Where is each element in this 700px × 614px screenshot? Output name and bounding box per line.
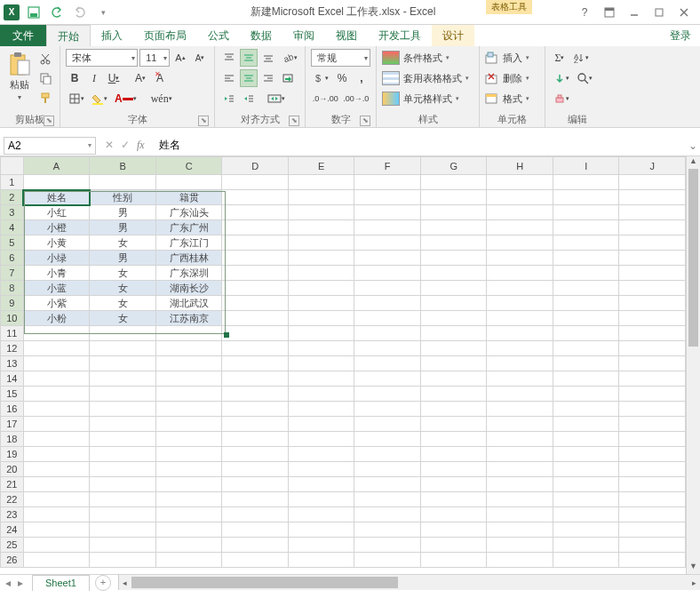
cell[interactable] <box>288 266 354 281</box>
cell[interactable] <box>553 341 619 356</box>
row-header[interactable]: 16 <box>1 402 24 417</box>
cell[interactable]: 小青 <box>23 266 90 281</box>
cell[interactable] <box>155 507 222 522</box>
vertical-scroll-thumb[interactable] <box>688 169 698 347</box>
cell[interactable] <box>619 281 686 296</box>
cell[interactable] <box>619 266 686 281</box>
cell-styles-button[interactable]: 单元格样式▾ <box>382 89 473 108</box>
cell[interactable] <box>354 507 420 522</box>
row-header[interactable]: 24 <box>1 522 24 538</box>
column-header[interactable]: H <box>487 157 553 175</box>
scroll-left-button[interactable]: ◂ <box>119 575 131 590</box>
cell[interactable] <box>155 175 222 190</box>
cell[interactable]: 女 <box>90 235 156 251</box>
cell[interactable] <box>619 492 686 507</box>
cell[interactable] <box>619 341 686 356</box>
cell[interactable] <box>354 447 420 462</box>
cell[interactable] <box>619 462 686 477</box>
row-header[interactable]: 3 <box>1 205 24 220</box>
cell[interactable] <box>222 371 289 387</box>
cell[interactable] <box>222 281 289 296</box>
cell[interactable] <box>90 462 156 477</box>
cell[interactable] <box>420 281 487 296</box>
cell[interactable] <box>619 356 686 371</box>
cell[interactable] <box>420 296 487 311</box>
cell[interactable] <box>90 432 156 447</box>
cell[interactable] <box>619 205 686 220</box>
column-header[interactable]: J <box>619 157 686 175</box>
cell[interactable] <box>487 266 553 281</box>
accounting-format-button[interactable]: $▾ <box>311 69 331 87</box>
cell[interactable]: 广东江门 <box>155 235 222 251</box>
cell[interactable] <box>619 477 686 492</box>
cell[interactable] <box>288 220 354 235</box>
row-header[interactable]: 25 <box>1 538 24 553</box>
row-header[interactable]: 15 <box>1 387 24 402</box>
column-header[interactable]: D <box>222 157 289 175</box>
wrap-text-button[interactable] <box>279 69 297 87</box>
delete-cells-button[interactable]: 删除▾ <box>485 68 539 88</box>
cell[interactable] <box>354 538 420 553</box>
format-cells-button[interactable]: 格式▾ <box>485 89 539 108</box>
cell[interactable] <box>487 507 553 522</box>
cell[interactable] <box>288 417 354 432</box>
cell[interactable] <box>288 507 354 522</box>
borders-button[interactable]: ▾ <box>66 90 87 108</box>
cell[interactable]: 小橙 <box>23 220 90 235</box>
conditional-format-button[interactable]: 条件格式▾ <box>382 48 473 68</box>
font-color-button[interactable]: A▾ <box>112 90 139 108</box>
tab-data[interactable]: 数据 <box>240 25 282 46</box>
cell[interactable] <box>619 447 686 462</box>
tab-page-layout[interactable]: 页面布局 <box>133 25 197 46</box>
cell[interactable] <box>487 326 553 341</box>
cell[interactable] <box>420 266 487 281</box>
cell[interactable] <box>288 356 354 371</box>
column-header[interactable]: I <box>553 157 619 175</box>
cell[interactable] <box>354 477 420 492</box>
cell[interactable] <box>420 538 487 553</box>
row-header[interactable]: 11 <box>1 326 24 341</box>
sheet-nav-prev-button[interactable]: ◂ <box>5 577 11 589</box>
row-header[interactable]: 4 <box>1 220 24 235</box>
cell[interactable] <box>222 432 289 447</box>
cell[interactable] <box>288 190 354 205</box>
cell[interactable]: 江苏南京 <box>155 311 222 326</box>
worksheet-grid[interactable]: ABCDEFGHIJ12姓名性别籍贯3小红男广东汕头4小橙男广东广州5小黄女广东… <box>0 156 700 574</box>
tab-insert[interactable]: 插入 <box>91 25 133 46</box>
cell[interactable] <box>90 356 156 371</box>
cell[interactable] <box>619 507 686 522</box>
cell[interactable] <box>222 477 289 492</box>
font-dialog-launcher[interactable]: ⬊ <box>198 116 209 126</box>
cell[interactable] <box>354 326 420 341</box>
cell[interactable] <box>553 281 619 296</box>
cell[interactable] <box>288 175 354 190</box>
cell[interactable]: 性别 <box>90 190 156 205</box>
alignment-dialog-launcher[interactable]: ⬊ <box>289 116 299 126</box>
select-all-corner[interactable] <box>1 157 24 175</box>
cell[interactable] <box>420 175 487 190</box>
cell[interactable] <box>288 492 354 507</box>
cell[interactable] <box>155 326 222 341</box>
comma-format-button[interactable]: , <box>353 69 370 87</box>
cell[interactable] <box>155 371 222 387</box>
row-header[interactable]: 10 <box>1 311 24 326</box>
cell[interactable] <box>354 402 420 417</box>
cell[interactable]: 籍贯 <box>155 190 222 205</box>
column-header[interactable]: F <box>354 157 420 175</box>
cell[interactable] <box>354 296 420 311</box>
cell[interactable] <box>90 326 156 341</box>
cell[interactable] <box>90 553 156 568</box>
increase-decimal-button[interactable]: .0→.00 <box>311 90 340 108</box>
row-header[interactable]: 23 <box>1 507 24 522</box>
cell[interactable] <box>222 311 289 326</box>
cell[interactable]: 姓名 <box>23 190 90 205</box>
cell[interactable] <box>222 205 289 220</box>
cell[interactable] <box>90 417 156 432</box>
cell[interactable] <box>420 402 487 417</box>
cell[interactable]: 广东汕头 <box>155 205 222 220</box>
cell[interactable] <box>487 190 553 205</box>
cell[interactable] <box>354 432 420 447</box>
cell[interactable] <box>23 371 90 387</box>
column-header[interactable]: C <box>155 157 222 175</box>
cell[interactable] <box>288 341 354 356</box>
